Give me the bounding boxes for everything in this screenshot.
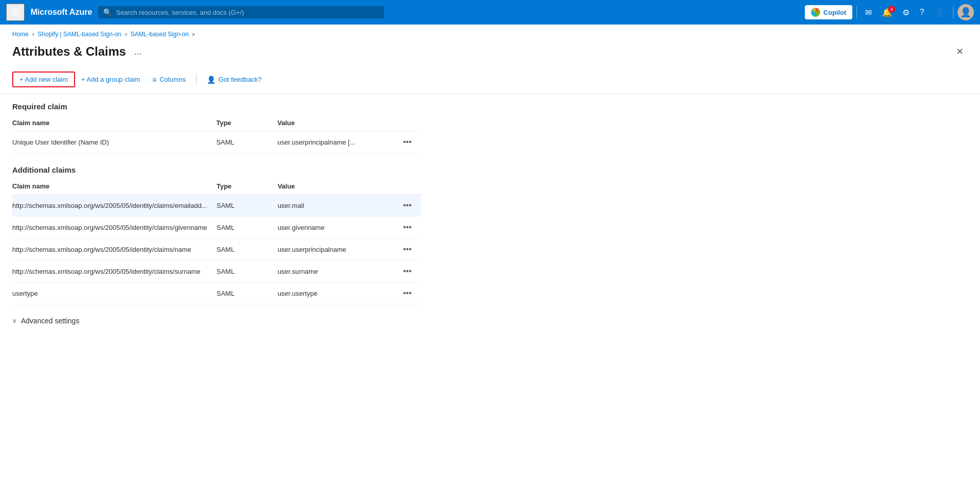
table-row: http://schemas.xmlsoap.org/ws/2005/05/id… (12, 239, 421, 261)
page-title: Attributes & Claims (12, 44, 126, 59)
nav-divider-1 (856, 6, 857, 18)
add-claim-actions-3: ••• (400, 261, 421, 282)
notification-badge: 4 (888, 6, 895, 13)
columns-label: Columns (159, 76, 185, 83)
toolbar: + Add new claim + Add a group claim ≡ Co… (0, 67, 980, 94)
add-claim-type-2: SAML (217, 239, 278, 261)
columns-button[interactable]: ≡ Columns (146, 73, 192, 87)
add-col-type: Type (217, 178, 278, 195)
table-row: http://schemas.xmlsoap.org/ws/2005/05/id… (12, 195, 421, 217)
nav-divider-2 (953, 6, 953, 18)
add-claim-value-4: user.usertype (278, 282, 400, 304)
columns-icon: ≡ (152, 76, 156, 84)
add-row-actions-button-4[interactable]: ••• (400, 288, 415, 299)
req-claim-type: SAML (216, 131, 277, 153)
add-claim-value-3: user.surname (278, 261, 400, 282)
add-claim-actions-2: ••• (400, 239, 421, 261)
additional-claims-section: Additional claims Claim name Type Value … (0, 157, 980, 309)
feedback-label: Got feedback? (219, 76, 262, 83)
search-input[interactable] (116, 9, 379, 16)
req-col-claim-name: Claim name (12, 115, 216, 131)
table-row: http://schemas.xmlsoap.org/ws/2005/05/id… (12, 261, 421, 282)
azure-logo: Microsoft Azure (31, 8, 92, 17)
page-title-row: Attributes & Claims ... (12, 44, 145, 59)
add-claim-value-1: user.givenname (278, 217, 400, 239)
req-claim-value: user.userprincipalname [... (277, 131, 400, 153)
add-new-claim-label: + Add new claim (19, 76, 68, 83)
add-claim-type-4: SAML (217, 282, 278, 304)
add-claim-name-1: http://schemas.xmlsoap.org/ws/2005/05/id… (12, 217, 217, 239)
breadcrumb-home[interactable]: Home (12, 31, 29, 38)
additional-claims-table: Claim name Type Value http://schemas.xml… (12, 178, 421, 304)
add-row-actions-button-1[interactable]: ••• (400, 222, 415, 233)
help-icon-button[interactable]: ? (916, 5, 928, 20)
add-claim-actions-1: ••• (400, 217, 421, 239)
required-claims-table: Claim name Type Value Unique User Identi… (12, 115, 421, 153)
add-claim-value-0: user.mail (278, 195, 400, 217)
add-claim-type-3: SAML (217, 261, 278, 282)
add-col-claim-name: Claim name (12, 178, 217, 195)
table-row: Unique User Identifier (Name ID) SAML us… (12, 131, 421, 153)
add-claim-name-3: http://schemas.xmlsoap.org/ws/2005/05/id… (12, 261, 217, 282)
hamburger-menu-button[interactable]: ☰ (6, 4, 25, 21)
add-row-actions-button-3[interactable]: ••• (400, 266, 415, 277)
settings-icon-button[interactable]: ⚙ (898, 5, 914, 20)
req-claim-name: Unique User Identifier (Name ID) (12, 131, 216, 153)
add-claim-name-2: http://schemas.xmlsoap.org/ws/2005/05/id… (12, 239, 217, 261)
notifications-button[interactable]: 🔔 4 (878, 5, 896, 20)
breadcrumb-saml[interactable]: SAML-based Sign-on (131, 31, 189, 38)
add-group-claim-button[interactable]: + Add a group claim (75, 73, 146, 86)
req-claim-actions: ••• (400, 131, 421, 153)
feedback-button[interactable]: 👤 Got feedback? (201, 73, 268, 87)
add-claim-name-0: http://schemas.xmlsoap.org/ws/2005/05/id… (12, 195, 217, 217)
add-claim-type-0: SAML (217, 195, 278, 217)
add-claim-value-2: user.userprincipalname (278, 239, 400, 261)
required-claims-section: Required claim Claim name Type Value Uni… (0, 94, 980, 157)
add-row-actions-button-0[interactable]: ••• (400, 200, 415, 211)
copilot-button[interactable]: Copilot (805, 5, 852, 19)
additional-claims-title: Additional claims (12, 165, 968, 174)
add-col-value: Value (278, 178, 400, 195)
close-button[interactable]: ✕ (952, 44, 968, 59)
add-claim-actions-0: ••• (400, 195, 421, 217)
breadcrumb: Home > Shopify | SAML-based Sign-on > SA… (0, 25, 980, 40)
feedback-icon: 👤 (207, 76, 216, 84)
page-header: Attributes & Claims ... ✕ (0, 40, 980, 67)
nav-icons-group: Copilot ✉ 🔔 4 ⚙ ? 👤 👤 (805, 4, 974, 20)
chevron-down-icon: ∨ (12, 317, 17, 324)
search-icon: 🔍 (103, 8, 112, 16)
add-group-claim-label: + Add a group claim (81, 76, 140, 83)
add-claim-actions-4: ••• (400, 282, 421, 304)
breadcrumb-sep-3: > (192, 32, 195, 37)
req-col-actions (400, 115, 421, 131)
copilot-icon (811, 8, 820, 17)
add-col-actions (400, 178, 421, 195)
search-bar: 🔍 (98, 6, 384, 18)
req-col-value: Value (277, 115, 400, 131)
main-content: Home > Shopify | SAML-based Sign-on > SA… (0, 25, 980, 497)
add-row-actions-button-2[interactable]: ••• (400, 244, 415, 255)
table-row: usertype SAML user.usertype ••• (12, 282, 421, 304)
add-claim-name-4: usertype (12, 282, 217, 304)
feedback-icon-button[interactable]: 👤 (930, 5, 949, 20)
breadcrumb-sep-1: > (32, 32, 35, 37)
req-row-actions-button[interactable]: ••• (400, 136, 415, 148)
add-claim-type-1: SAML (217, 217, 278, 239)
toolbar-divider (196, 75, 197, 85)
page-more-button[interactable]: ... (131, 45, 145, 58)
email-icon-button[interactable]: ✉ (861, 5, 876, 20)
table-row: http://schemas.xmlsoap.org/ws/2005/05/id… (12, 217, 421, 239)
user-avatar[interactable]: 👤 (958, 4, 974, 20)
breadcrumb-shopify[interactable]: Shopify | SAML-based Sign-on (38, 31, 122, 38)
copilot-label: Copilot (823, 9, 846, 16)
top-nav: ☰ Microsoft Azure 🔍 Copilot ✉ 🔔 4 ⚙ ? 👤 … (0, 0, 980, 25)
req-col-type: Type (216, 115, 277, 131)
add-new-claim-button[interactable]: + Add new claim (12, 72, 75, 87)
advanced-settings[interactable]: ∨ Advanced settings (0, 309, 980, 333)
required-claims-title: Required claim (12, 102, 968, 111)
advanced-settings-label: Advanced settings (21, 317, 79, 325)
breadcrumb-sep-2: > (125, 32, 128, 37)
